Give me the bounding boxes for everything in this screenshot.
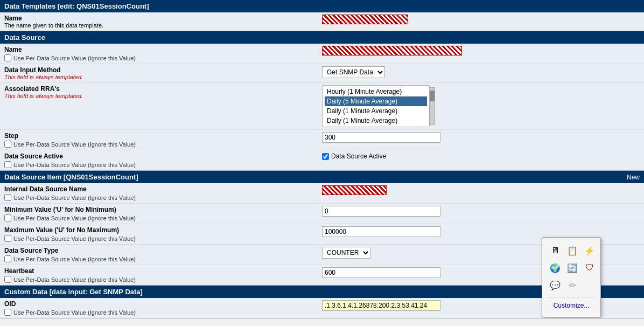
ds-method-select[interactable]: Get SNMP Data [322,66,385,78]
ds-step-label: Step [4,132,317,140]
ds-name-checkbox[interactable] [4,54,11,61]
ds-step-input-col: 300 [322,132,640,143]
ds-active-label: Data Source Active [4,152,317,160]
dsi-min-label: Minimum Value ('U' for No Minimum) [4,206,317,213]
ds-active-enabled[interactable] [322,153,329,160]
dsi-internal-checkbox[interactable] [4,194,11,201]
dsi-min-input[interactable] [322,206,440,217]
page-header: Data Templates [edit: QNS01SessionCount] [0,0,644,12]
edit-icon[interactable]: ✏ [565,278,580,293]
dsi-min-input-col [322,206,640,217]
ds-rra-label: Associated RRA's [4,85,317,93]
dsi-internal-row: Internal Data Source Name Use Per-Data S… [0,183,644,204]
ds-name-checkbox-label: Use Per-Data Source Value (Ignore this V… [4,54,317,61]
dsi-type-checkbox[interactable] [4,255,11,262]
ds-method-input-col: Get SNMP Data [322,66,640,78]
ds-name-row: Name Use Per-Data Source Value (Ignore t… [0,44,644,64]
oid-checkbox-label: Use Per-Data Source Value (Ignore this V… [4,309,317,316]
dsi-title: Data Source Item [QNS01SessionCount] [4,173,138,181]
dsi-max-checkbox[interactable] [4,235,11,242]
dsi-min-row: Minimum Value ('U' for No Minimum) Use P… [0,204,644,224]
dsi-max-input[interactable] [322,226,440,237]
dsi-type-select[interactable]: COUNTER GAUGE DERIVE ABSOLUTE [322,247,370,259]
ds-rra-desc: This field is always templated. [4,93,317,99]
ds-active-checkbox[interactable] [4,161,11,168]
data-source-header: Data Source [0,31,644,44]
ds-method-desc: This field is always templated. [4,74,317,80]
dsi-header: Data Source Item [QNS01SessionCount] New [0,171,644,183]
world-icon[interactable]: 🌍 [548,260,563,275]
ds-rra-row: Associated RRA's This field is always te… [0,83,644,130]
dsi-new-link[interactable]: New [627,174,640,181]
rra-option-1: Hourly (1 Minute Average) [325,87,427,96]
name-desc: The name given to this data template. [4,22,317,29]
dsi-type-checkbox-label: Use Per-Data Source Value (Ignore this V… [4,255,317,262]
ds-active-row: Data Source Active Use Per-Data Source V… [0,150,644,170]
oid-label: OID [4,300,317,308]
page-title: Data Templates [edit: QNS01SessionCount] [4,2,149,10]
rra-option-4: Daily (1 Minute Average) [325,116,427,126]
copy-icon[interactable]: 📋 [565,243,580,258]
name-redacted [322,15,408,24]
chat-icon[interactable]: 💬 [548,278,563,293]
ds-method-row: Data Input Method This field is always t… [0,64,644,83]
ds-step-row: Step Use Per-Data Source Value (Ignore t… [0,130,644,150]
ds-step-checkbox[interactable] [4,141,11,148]
customize-button[interactable]: Customize... [548,300,595,311]
ds-method-label: Data Input Method [4,66,317,74]
ds-name-redacted [322,46,462,56]
dsi-min-checkbox[interactable] [4,214,11,221]
popup-divider [548,297,595,297]
name-label: Name [4,15,317,22]
data-source-title: Data Source [4,33,45,41]
ds-name-input-col [322,46,640,56]
dsi-max-input-col [322,226,640,237]
dsi-internal-redacted [322,185,387,195]
dsi-heartbeat-label: Heartbeat [4,267,317,275]
name-row: Name The name given to this data templat… [0,12,644,31]
ds-active-input-col: Data Source Active [322,152,640,160]
antivirus-icon[interactable]: 🛡 [582,260,597,275]
ds-rra-select[interactable]: Hourly (1 Minute Average) Daily (5 Minut… [322,85,430,127]
ds-active-checkbox-label: Use Per-Data Source Value (Ignore this V… [4,161,317,168]
refresh-icon[interactable]: 🔄 [565,260,580,275]
dsi-heartbeat-input[interactable] [322,267,440,278]
custom-data-title: Custom Data [data input: Get SNMP Data] [4,288,143,296]
ds-step-input[interactable]: 300 [322,132,440,143]
dsi-heartbeat-checkbox[interactable] [4,276,11,283]
dsi-max-checkbox-label: Use Per-Data Source Value (Ignore this V… [4,235,317,242]
ds-name-label: Name [4,46,317,53]
oid-input[interactable]: .1.3.6.1.4.1.26878.200.2.3.53.41.24 [322,300,440,311]
dsi-min-checkbox-label: Use Per-Data Source Value (Ignore this V… [4,214,317,221]
dsi-heartbeat-checkbox-label: Use Per-Data Source Value (Ignore this V… [4,276,317,283]
dsi-internal-checkbox-label: Use Per-Data Source Value (Ignore this V… [4,194,317,201]
ds-active-text: Data Source Active [331,152,386,160]
popup-menu: 🖥 📋 ⚡ 🌍 🔄 🛡 💬 ✏ Customize... [542,237,601,317]
popup-icon-grid: 🖥 📋 ⚡ 🌍 🔄 🛡 💬 ✏ [548,243,595,293]
ds-active-check-row: Data Source Active [322,152,386,160]
bluetooth-icon[interactable]: ⚡ [582,243,597,258]
ds-step-checkbox-label: Use Per-Data Source Value (Ignore this V… [4,141,317,148]
rra-option-2: Daily (5 Minute Average) [325,96,427,106]
name-input-col [322,15,640,24]
oid-checkbox[interactable] [4,309,11,316]
ds-rra-input-col: Hourly (1 Minute Average) Daily (5 Minut… [322,85,640,127]
rra-option-3: Daily (1 Minute Average) [325,106,427,116]
dsi-max-label: Maximum Value ('U' for No Maximum) [4,226,317,234]
dsi-internal-label: Internal Data Source Name [4,185,317,193]
dsi-type-label: Data Source Type [4,247,317,254]
monitor-icon[interactable]: 🖥 [548,243,563,258]
dsi-internal-input-col [322,185,640,195]
